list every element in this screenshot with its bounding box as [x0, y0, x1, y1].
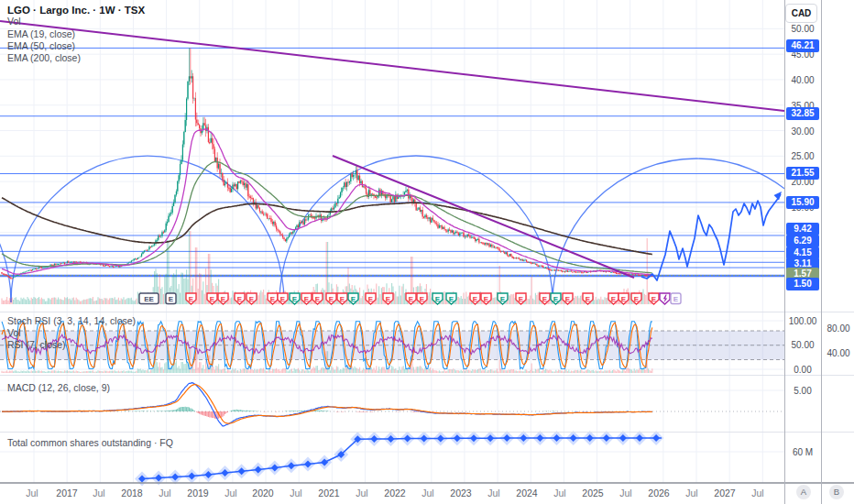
- stoch-scale-b-tick-label: 80.00: [822, 323, 854, 334]
- time-axis-label[interactable]: Jul: [487, 488, 499, 499]
- legend-ema50[interactable]: EMA (50, close): [7, 40, 75, 51]
- legend-shares[interactable]: Total common shares outstanding · FQ: [7, 437, 173, 448]
- time-axis-label[interactable]: 2027: [714, 488, 735, 499]
- legend-macd[interactable]: MACD (12, 26, close, 9): [7, 382, 110, 393]
- svg-text:E: E: [542, 295, 548, 303]
- time-axis-label[interactable]: 2018: [121, 488, 142, 499]
- price-scale-a-button[interactable]: A: [796, 485, 811, 499]
- time-axis-label[interactable]: 2024: [516, 488, 537, 499]
- svg-text:E: E: [621, 295, 627, 303]
- time-axis-label[interactable]: 2022: [384, 488, 405, 499]
- time-axis-label[interactable]: Jul: [159, 488, 170, 499]
- chart-window: EEEEEEEEEEEEEEEEEEEEEEEEEEEEEEEEEEE LGO …: [0, 0, 854, 504]
- svg-text:E: E: [237, 295, 243, 303]
- price-level-badge[interactable]: 1.50: [786, 278, 819, 290]
- legend-stoch-vol[interactable]: Vol: [7, 327, 21, 338]
- stoch-tick-label: 0.00: [786, 365, 819, 375]
- price-scale-b-button[interactable]: B: [829, 485, 844, 499]
- price-level-badge[interactable]: 15.90: [786, 196, 819, 209]
- time-axis-label[interactable]: Jul: [26, 488, 38, 499]
- svg-text:E: E: [500, 295, 506, 303]
- svg-text:E: E: [351, 295, 356, 303]
- legend-stoch-rsi[interactable]: Stoch RSI (3, 3, 14, 14, close): [7, 315, 136, 326]
- legend-volume[interactable]: Vol: [7, 16, 21, 27]
- time-axis-label[interactable]: 2025: [582, 488, 603, 499]
- svg-text:E: E: [368, 295, 374, 303]
- time-axis-label[interactable]: 2019: [187, 488, 208, 499]
- chart-canvas[interactable]: EEEEEEEEEEEEEEEEEEEEEEEEEEEEEEEEEEE: [0, 0, 854, 504]
- ema-19-line: [2, 129, 652, 275]
- time-axis-label[interactable]: 2023: [450, 488, 471, 499]
- svg-text:E: E: [329, 295, 334, 303]
- cycle-arcs[interactable]: [0, 156, 840, 302]
- macd-tick-label: 5.00: [786, 386, 819, 396]
- svg-text:E: E: [249, 295, 255, 303]
- svg-text:E: E: [409, 295, 414, 303]
- price-tick-label: 25.00: [786, 151, 819, 161]
- shares-outstanding-pane[interactable]: [135, 431, 663, 486]
- svg-text:E: E: [169, 295, 174, 303]
- macd-pane[interactable]: [0, 383, 784, 426]
- time-axis-label[interactable]: 2021: [318, 488, 339, 499]
- svg-text:E: E: [611, 295, 617, 303]
- price-level-badge[interactable]: 46.21: [786, 39, 819, 52]
- svg-text:E: E: [634, 295, 640, 303]
- time-axis-label[interactable]: Jul: [751, 488, 763, 499]
- ema-lines[interactable]: [2, 129, 652, 275]
- legend-ema19[interactable]: EMA (19, close): [7, 28, 75, 39]
- time-axis-label[interactable]: Jul: [553, 488, 565, 499]
- svg-text:EE: EE: [144, 295, 154, 303]
- candlestick-series[interactable]: [2, 48, 652, 279]
- svg-text:E: E: [553, 295, 559, 303]
- price-tick-label: 30.00: [786, 126, 819, 136]
- stoch-scale-b-tick-label: 40.00: [822, 348, 854, 358]
- svg-text:E: E: [449, 295, 454, 303]
- svg-text:E: E: [420, 295, 425, 303]
- stoch-rsi-pane[interactable]: [0, 322, 784, 373]
- svg-text:E: E: [586, 295, 591, 303]
- legend-rsi[interactable]: RSI (7, close): [7, 339, 66, 350]
- svg-text:E: E: [565, 295, 571, 303]
- svg-text:E: E: [280, 295, 286, 303]
- price-level-badge[interactable]: 9.42: [786, 223, 819, 236]
- svg-text:E: E: [340, 295, 345, 303]
- price-tick-label: 40.00: [786, 74, 819, 84]
- svg-text:E: E: [673, 295, 679, 303]
- svg-text:E: E: [292, 295, 298, 303]
- svg-text:E: E: [189, 295, 194, 303]
- svg-text:E: E: [304, 295, 310, 303]
- stoch-tick-label: 50.00: [786, 340, 819, 350]
- time-axis-label[interactable]: Jul: [619, 488, 631, 499]
- time-axis-label[interactable]: Jul: [290, 488, 301, 499]
- time-axis-label[interactable]: Jul: [356, 488, 367, 499]
- svg-text:E: E: [473, 295, 478, 303]
- stoch-tick-label: 100.00: [786, 316, 819, 326]
- price-level-badge[interactable]: 21.55: [786, 167, 819, 180]
- time-axis-label[interactable]: Jul: [422, 488, 433, 499]
- time-axis-label[interactable]: 2026: [648, 488, 669, 499]
- svg-text:E: E: [270, 295, 276, 303]
- ema-50-line: [2, 162, 652, 273]
- legend-ema200[interactable]: EMA (200, close): [7, 52, 81, 63]
- svg-text:E: E: [484, 295, 489, 303]
- time-axis-label[interactable]: Jul: [93, 488, 104, 499]
- time-axis-label[interactable]: Jul: [685, 488, 697, 499]
- svg-text:E: E: [435, 295, 441, 303]
- svg-text:E: E: [210, 295, 215, 303]
- price-level-badge[interactable]: 6.29: [786, 235, 819, 247]
- svg-text:E: E: [519, 295, 524, 303]
- price-level-badge[interactable]: 32.85: [786, 107, 819, 120]
- shares-tick-label: 60 M: [786, 447, 819, 457]
- svg-text:E: E: [315, 295, 321, 303]
- currency-button[interactable]: CAD: [785, 4, 817, 23]
- symbol-title[interactable]: LGO · Largo Inc. · 1W · TSX: [7, 5, 145, 16]
- svg-text:E: E: [221, 295, 226, 303]
- price-tick-label: 50.00: [786, 24, 819, 34]
- svg-text:E: E: [651, 295, 657, 303]
- time-axis-label[interactable]: Jul: [224, 488, 236, 499]
- price-projection-path[interactable]: [641, 192, 782, 280]
- svg-text:E: E: [386, 295, 391, 303]
- time-axis-label[interactable]: 2020: [252, 488, 273, 499]
- time-axis-label[interactable]: 2017: [56, 488, 77, 499]
